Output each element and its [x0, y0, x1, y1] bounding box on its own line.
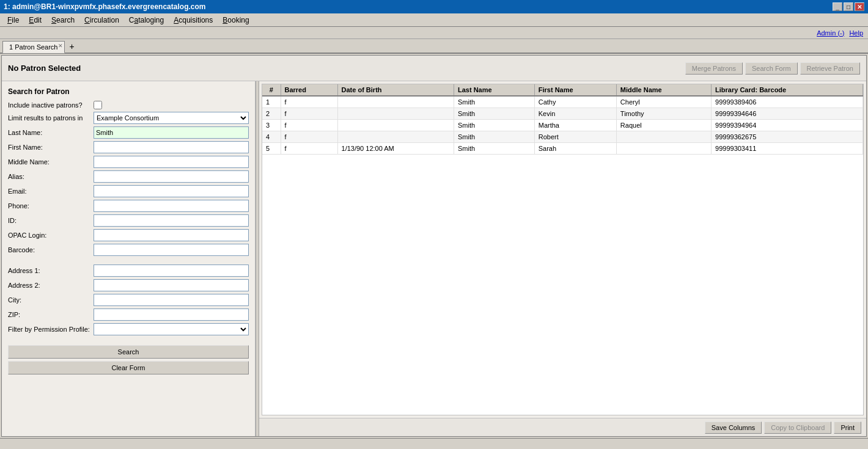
include-inactive-label: Include inactive patrons? [8, 101, 94, 109]
cell-barred: f [281, 96, 337, 108]
cell-first: Martha [534, 120, 616, 131]
phone-input[interactable] [94, 200, 249, 212]
id-input[interactable] [94, 214, 249, 227]
maximize-button[interactable]: □ [844, 2, 853, 11]
cell-dob: 1/13/90 12:00 AM [337, 143, 454, 155]
cell-num: 3 [262, 120, 281, 131]
col-first[interactable]: First Name [534, 84, 616, 96]
table-row[interactable]: 5f1/13/90 12:00 AMSmithSarah99999303411 [262, 143, 863, 155]
email-input[interactable] [94, 185, 249, 197]
col-dob[interactable]: Date of Birth [337, 84, 454, 96]
cell-middle [616, 131, 711, 143]
print-button[interactable]: Print [834, 422, 861, 434]
cell-middle: Timothy [616, 108, 711, 120]
status-bar [0, 438, 868, 449]
results-tbody: 1fSmithCathyCheryl999993894062fSmithKevi… [262, 96, 863, 155]
phone-row: Phone: [8, 200, 249, 212]
col-last[interactable]: Last Name [454, 84, 535, 96]
menu-booking[interactable]: Booking [218, 15, 254, 26]
menu-acquisitions[interactable]: Acquisitions [169, 15, 218, 26]
retrieve-patron-button[interactable]: Retrieve Patron [800, 62, 860, 75]
cell-first: Robert [534, 131, 616, 143]
search-button[interactable]: Search [8, 345, 249, 359]
address1-input[interactable] [94, 265, 249, 277]
middle-name-row: Middle Name: [8, 156, 249, 168]
col-barcode[interactable]: Library Card: Barcode [712, 84, 863, 96]
menu-edit[interactable]: Edit [24, 15, 46, 26]
copy-clipboard-button[interactable]: Copy to Clipboard [764, 422, 831, 434]
zip-input[interactable] [94, 308, 249, 321]
menu-file[interactable]: File [2, 15, 24, 26]
cell-num: 4 [262, 131, 281, 143]
cell-barred: f [281, 131, 337, 143]
alias-row: Alias: [8, 170, 249, 183]
tab-close-icon[interactable]: ✕ [58, 43, 63, 49]
col-barred[interactable]: Barred [281, 84, 337, 96]
last-name-label: Last Name: [8, 129, 94, 136]
content-area: Search for Patron Include inactive patro… [2, 81, 866, 436]
middle-name-input[interactable] [94, 156, 249, 168]
cell-first: Kevin [534, 108, 616, 120]
top-bar: No Patron Selected Merge Patrons Search … [2, 56, 866, 81]
last-name-input[interactable] [94, 126, 249, 139]
filter-select[interactable] [94, 323, 249, 335]
email-label: Email: [8, 188, 94, 195]
address2-label: Address 2: [8, 282, 94, 289]
menu-search[interactable]: Search [46, 15, 79, 26]
save-columns-button[interactable]: Save Columns [705, 422, 762, 434]
tab-patron-search[interactable]: 1 Patron Search ✕ [2, 41, 65, 53]
table-row[interactable]: 4fSmithRobert99999362675 [262, 131, 863, 143]
cell-dob [337, 96, 454, 108]
tab-bar: 1 Patron Search ✕ + [0, 39, 868, 54]
table-header-row: # Barred Date of Birth Last Name First N… [262, 84, 863, 96]
cell-middle: Raquel [616, 120, 711, 131]
close-button[interactable]: ✕ [855, 2, 864, 11]
cell-last: Smith [454, 143, 535, 155]
table-row[interactable]: 1fSmithCathyCheryl99999389406 [262, 96, 863, 108]
first-name-label: First Name: [8, 144, 94, 151]
alias-input[interactable] [94, 170, 249, 183]
id-label: ID: [8, 217, 94, 224]
table-row[interactable]: 3fSmithMarthaRaquel99999394964 [262, 120, 863, 131]
menu-circulation[interactable]: Circulation [79, 15, 124, 26]
city-input[interactable] [94, 294, 249, 306]
cell-dob [337, 131, 454, 143]
tab-add-button[interactable]: + [66, 40, 78, 53]
cell-barred: f [281, 120, 337, 131]
phone-label: Phone: [8, 202, 94, 210]
cell-last: Smith [454, 108, 535, 120]
first-name-input[interactable] [94, 141, 249, 153]
main-content: No Patron Selected Merge Patrons Search … [1, 55, 867, 437]
first-name-row: First Name: [8, 141, 249, 153]
minimize-button[interactable]: _ [833, 2, 842, 11]
cell-barcode: 99999394964 [712, 120, 863, 131]
help-link[interactable]: Help [849, 29, 863, 37]
cell-dob [337, 108, 454, 120]
opac-login-row: OPAC Login: [8, 229, 249, 241]
search-form-button[interactable]: Search Form [745, 62, 798, 75]
cell-barcode: 99999362675 [712, 131, 863, 143]
admin-link[interactable]: Admin (-) [817, 29, 844, 37]
opac-login-input[interactable] [94, 229, 249, 241]
cell-num: 2 [262, 108, 281, 120]
barcode-input[interactable] [94, 244, 249, 256]
clear-form-button[interactable]: Clear Form [8, 361, 249, 374]
merge-patrons-button[interactable]: Merge Patrons [685, 62, 743, 75]
col-middle[interactable]: Middle Name [616, 84, 711, 96]
results-panel: # Barred Date of Birth Last Name First N… [259, 81, 866, 436]
menu-cataloging[interactable]: Cataloging [124, 15, 169, 26]
zip-row: ZIP: [8, 308, 249, 321]
cell-last: Smith [454, 120, 535, 131]
address1-label: Address 1: [8, 267, 94, 274]
address2-input[interactable] [94, 279, 249, 291]
col-num[interactable]: # [262, 84, 281, 96]
barcode-label: Barcode: [8, 246, 94, 254]
limit-results-select[interactable]: Example Consortium Branch 1 Branch 2 [94, 112, 249, 124]
middle-name-label: Middle Name: [8, 158, 94, 166]
cell-middle [616, 143, 711, 155]
include-inactive-checkbox[interactable] [94, 101, 102, 109]
tab-patron-search-label: 1 Patron Search [9, 43, 58, 51]
menu-bar: File Edit Search Circulation Cataloging … [0, 13, 868, 27]
cell-barred: f [281, 143, 337, 155]
table-row[interactable]: 2fSmithKevinTimothy99999394646 [262, 108, 863, 120]
